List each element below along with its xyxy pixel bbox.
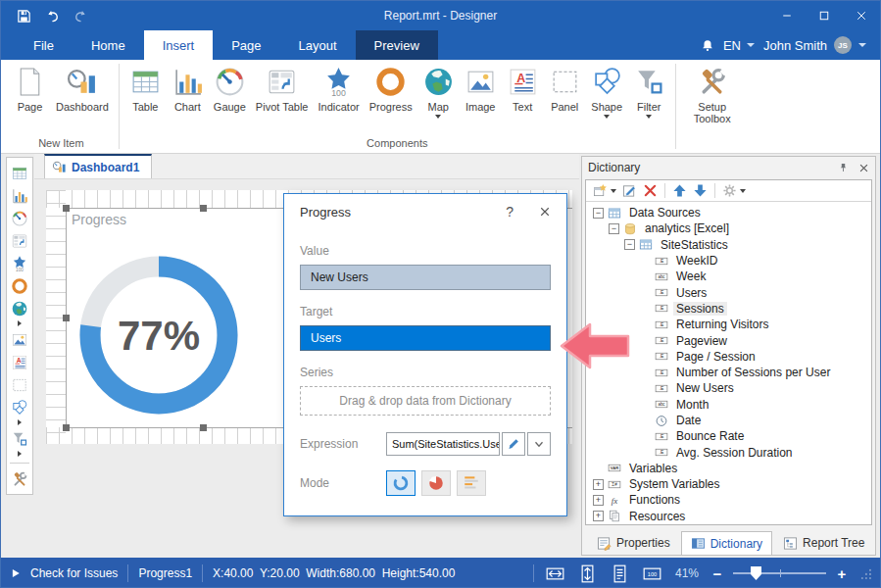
tree-item[interactable]: −analytics [Excel] — [586, 220, 871, 236]
dictionary-toolbar-move-up-button[interactable] — [669, 181, 690, 201]
chevron-down-icon[interactable] — [646, 115, 652, 119]
tab-dashboard1[interactable]: Dashboard1 — [44, 154, 152, 178]
menu-tab-preview[interactable]: Preview — [356, 30, 438, 60]
ribbon-button-dashboard[interactable]: Dashboard — [51, 62, 114, 113]
language-selector[interactable]: EN — [723, 38, 755, 53]
tree-item-label[interactable]: Date — [673, 414, 704, 427]
flyout-arrow-icon[interactable] — [18, 419, 22, 425]
zoom-out-button[interactable]: − — [710, 565, 724, 582]
ribbon-button-text[interactable]: AText — [502, 62, 544, 113]
tree-item[interactable]: .ENew Users — [586, 380, 871, 396]
tree-item[interactable]: abcMonth — [586, 397, 871, 413]
close-icon[interactable] — [539, 206, 551, 218]
close-icon[interactable] — [858, 163, 869, 173]
dictionary-toolbar-new-item-button[interactable] — [590, 181, 619, 201]
ribbon-button-pivot-table[interactable]: Pivot Table — [251, 62, 314, 113]
toolbox-setup-toolbox[interactable] — [7, 467, 32, 490]
toolbox-panel[interactable] — [7, 373, 32, 396]
dictionary-toolbar-edit-button[interactable] — [619, 181, 640, 201]
edit-expression-button[interactable] — [502, 432, 525, 456]
tree-item[interactable]: +Σ#System Variables — [586, 476, 871, 492]
toolbox-indicator[interactable]: 100 — [7, 252, 32, 274]
tree-item[interactable]: +fxFunctions — [586, 492, 871, 508]
play-icon[interactable] — [11, 567, 21, 579]
tree-item[interactable]: .EBounce Rate — [586, 428, 871, 444]
undo-icon[interactable] — [45, 9, 60, 24]
tree-item[interactable]: .EAvg. Session Duration — [586, 444, 871, 460]
ribbon-button-map[interactable]: Map — [417, 62, 460, 119]
tree-item[interactable]: +Resources — [586, 509, 871, 524]
notifications-bell-icon[interactable] — [701, 38, 714, 53]
close-button[interactable] — [843, 1, 880, 30]
panel-tab-properties[interactable]: Properties — [588, 531, 679, 555]
tree-item-label[interactable]: Bounce Rate — [673, 429, 747, 443]
tree-item-label[interactable]: Returning Visitors — [673, 318, 772, 331]
tree-item-label[interactable]: Resources — [626, 510, 688, 523]
zoom-slider[interactable] — [733, 566, 826, 580]
menu-tab-layout[interactable]: Layout — [280, 30, 356, 60]
fit-page-height-button[interactable] — [575, 563, 599, 584]
selection-handle[interactable] — [63, 205, 70, 212]
check-for-issues-button[interactable]: Check for Issues — [30, 566, 118, 580]
tree-item[interactable]: .EWeekID — [586, 253, 871, 269]
ribbon-button-table[interactable]: Table — [124, 62, 167, 113]
menu-tab-page[interactable]: Page — [213, 30, 279, 60]
expand-icon[interactable]: + — [593, 495, 604, 506]
tree-item-label[interactable]: Variables — [626, 462, 680, 475]
save-icon[interactable] — [17, 9, 31, 24]
progress-donut-chart[interactable]: 77% — [76, 253, 241, 417]
tree-item-label[interactable]: System Variables — [626, 477, 722, 491]
tree-item-label[interactable]: WeekID — [673, 254, 720, 268]
series-drop-zone[interactable]: Drag & drop data from Dictionary — [300, 386, 551, 416]
zoom-slider-thumb[interactable] — [751, 566, 761, 580]
resize-grip[interactable] — [859, 567, 872, 580]
flyout-arrow-icon[interactable] — [18, 320, 22, 326]
toolbox-image[interactable] — [7, 328, 32, 351]
tree-item[interactable]: abcWeek — [586, 269, 871, 284]
ribbon-button-progress[interactable]: Progress — [365, 62, 417, 113]
mode-button-bars[interactable] — [457, 470, 486, 496]
tree-item[interactable]: .ESessions — [586, 301, 871, 317]
fit-whole-page-button[interactable] — [608, 563, 631, 584]
selection-handle[interactable] — [200, 205, 207, 212]
tree-item-label[interactable]: analytics [Excel] — [642, 221, 732, 235]
pin-icon[interactable] — [838, 163, 849, 173]
toolbox-filter[interactable] — [7, 427, 32, 450]
ribbon-button-indicator[interactable]: 100Indicator — [313, 62, 364, 113]
collapse-icon[interactable]: − — [624, 239, 635, 250]
menu-tab-file[interactable]: File — [15, 30, 73, 60]
dictionary-toolbar-move-down-button[interactable] — [690, 181, 710, 201]
tree-item-label[interactable]: Week — [673, 270, 709, 283]
ribbon-button-panel[interactable]: Panel — [544, 62, 586, 113]
zoom-in-button[interactable]: + — [835, 565, 849, 582]
selection-handle[interactable] — [63, 424, 70, 431]
dictionary-toolbar-delete-button[interactable] — [640, 181, 661, 201]
mode-button-donut[interactable] — [386, 470, 416, 496]
ribbon-button-page[interactable]: Page — [9, 62, 51, 113]
tree-item[interactable]: −SiteStatistics — [586, 237, 871, 253]
tree-item-label[interactable]: Pageview — [673, 334, 730, 348]
toolbox-map[interactable] — [7, 297, 32, 319]
tree-item-label[interactable]: Data Sources — [626, 206, 704, 220]
tree-item-label[interactable]: Functions — [626, 493, 683, 507]
value-field[interactable]: New Users — [300, 265, 551, 290]
tree-item[interactable]: .EUsers — [586, 284, 871, 300]
chevron-down-icon[interactable] — [435, 115, 441, 119]
toolbox-gauge[interactable] — [7, 207, 32, 229]
expand-icon[interactable]: + — [593, 511, 604, 521]
fit-page-width-button[interactable] — [543, 563, 566, 584]
chevron-down-icon[interactable] — [740, 189, 746, 193]
toolbox-progress[interactable] — [7, 274, 32, 297]
tree-item[interactable]: −Data Sources — [586, 205, 871, 220]
ribbon-button-gauge[interactable]: Gauge — [209, 62, 251, 113]
selection-handle[interactable] — [63, 315, 70, 321]
tree-item[interactable]: VARVariables — [586, 461, 871, 476]
selection-handle[interactable] — [200, 424, 207, 431]
ribbon-button-image[interactable]: Image — [460, 62, 502, 113]
user-menu[interactable]: John Smith JS — [763, 36, 866, 54]
redo-icon[interactable] — [73, 9, 88, 24]
minimize-button[interactable] — [768, 1, 806, 30]
target-field[interactable]: Users — [300, 325, 551, 351]
collapse-icon[interactable]: − — [593, 208, 604, 219]
chevron-down-icon[interactable] — [604, 115, 610, 119]
